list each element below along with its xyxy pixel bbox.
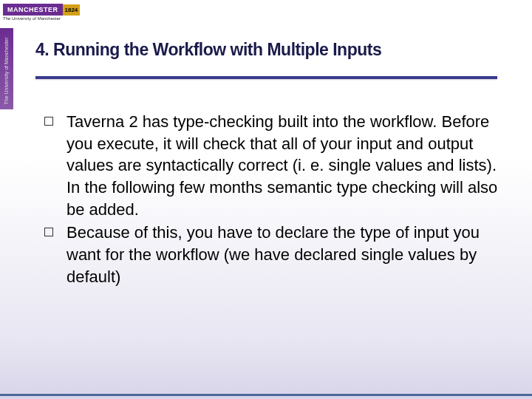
title-underline [35, 76, 497, 79]
bullet-icon [44, 117, 53, 126]
list-item: Because of this, you have to declare the… [44, 222, 502, 287]
logo-name: MANCHESTER [3, 4, 63, 16]
footer-line [0, 394, 532, 396]
sidebar-text: The University of Manchester [4, 31, 9, 105]
bullet-text: Because of this, you have to declare the… [66, 222, 502, 287]
slide-content: Taverna 2 has type-checking built into t… [44, 111, 502, 290]
bullet-text: Taverna 2 has type-checking built into t… [66, 111, 502, 220]
university-logo: MANCHESTER1824 The University of Manches… [0, 0, 89, 28]
title-bar: 4. Running the Workflow with Multiple In… [35, 40, 517, 79]
logo-year: 1824 [63, 4, 81, 16]
logo-subtitle: The University of Manchester [3, 16, 86, 21]
bullet-icon [44, 228, 53, 236]
list-item: Taverna 2 has type-checking built into t… [44, 111, 502, 220]
slide-title: 4. Running the Workflow with Multiple In… [35, 40, 517, 60]
